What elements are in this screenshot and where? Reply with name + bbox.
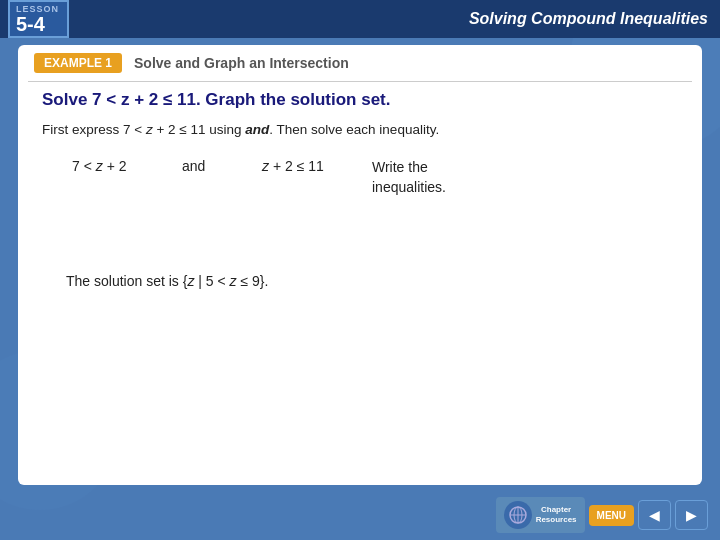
main-content-area: EXAMPLE 1 Solve and Graph an Intersectio…	[18, 45, 702, 485]
example-badge: EXAMPLE 1	[34, 53, 122, 73]
top-bar: LESSON 5-4 Solving Compound Inequalities	[0, 0, 720, 38]
prev-arrow-button[interactable]: ◀	[638, 500, 671, 530]
inequality-row: 7 < z + 2 and z + 2 ≤ 11 Write theinequa…	[42, 158, 678, 197]
next-arrow-button[interactable]: ▶	[675, 500, 708, 530]
lesson-number: 5-4	[16, 14, 59, 34]
resources-label: Resources	[536, 515, 577, 525]
menu-button[interactable]: MENU	[589, 505, 634, 526]
inequality-part1: 7 < z + 2	[72, 158, 182, 174]
inequality-part2: z + 2 ≤ 11	[262, 158, 372, 174]
chapter-resources-label-group: Chapter Resources	[536, 505, 577, 524]
example-title: Solve and Graph an Intersection	[134, 55, 349, 71]
lesson-badge: LESSON 5-4	[8, 0, 69, 38]
solution-set-text: The solution set is {z | 5 < z ≤ 9}.	[42, 273, 678, 289]
description-text: First express 7 < z + 2 ≤ 11 using and. …	[42, 120, 678, 140]
content-body: Solve 7 < z + 2 ≤ 11. Graph the solution…	[18, 82, 702, 305]
main-problem-text: Solve 7 < z + 2 ≤ 11. Graph the solution…	[42, 90, 678, 110]
write-inequalities-label: Write theinequalities.	[372, 158, 446, 197]
globe-icon	[504, 501, 532, 529]
inequality-and: and	[182, 158, 262, 174]
chapter-resources-button[interactable]: Chapter Resources	[496, 497, 585, 533]
chapter-label: Chapter	[541, 505, 571, 515]
globe-svg	[509, 506, 527, 524]
bottom-nav: Chapter Resources MENU ◀ ▶	[0, 490, 720, 540]
page-title: Solving Compound Inequalities	[469, 10, 708, 28]
graph-area	[66, 221, 654, 261]
example-header: EXAMPLE 1 Solve and Graph an Intersectio…	[18, 45, 702, 81]
bottom-buttons: Chapter Resources MENU ◀ ▶	[496, 497, 708, 533]
